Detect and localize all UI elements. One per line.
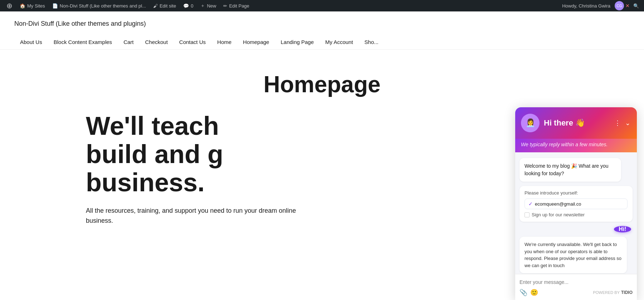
- powered-by-text: POWERED BY: [593, 290, 620, 295]
- comments-icon: 💬: [183, 3, 189, 9]
- chat-greeting: Hi there 👋: [544, 118, 609, 128]
- howdy-text: Howdy, Christina Gwira: [559, 3, 613, 9]
- nav-shop[interactable]: Sho...: [359, 35, 384, 49]
- minimize-icon[interactable]: ⌄: [624, 118, 631, 128]
- wp-icon: ⊕: [6, 1, 13, 10]
- sub-text: All the resources, training, and support…: [86, 206, 318, 226]
- my-sites-icon: 🏠: [20, 3, 25, 9]
- nav-menu: About Us Block Content Examples Cart Che…: [14, 35, 630, 49]
- hero-line-3: business.: [86, 168, 336, 197]
- edit-page-link[interactable]: ✏ Edit Page: [220, 0, 253, 11]
- nav-contact-us[interactable]: Contact Us: [174, 35, 211, 49]
- site-header: Non-Divi Stuff (Like other themes and pl…: [0, 11, 644, 50]
- site-title[interactable]: Non-Divi Stuff (Like other themes and pl…: [14, 20, 630, 28]
- hero-line-2: build and g: [86, 140, 336, 168]
- nav-block-content[interactable]: Block Content Examples: [48, 35, 118, 49]
- user-avatar[interactable]: CG: [615, 1, 624, 10]
- edit-site-icon: 🖌: [153, 3, 158, 9]
- chat-input-area: 📎 🙂 POWERED BY TIDIO: [515, 274, 637, 300]
- site-name-link[interactable]: 📄 Non-Divi Stuff (Like other themes and …: [49, 0, 150, 11]
- welcome-bubble: Welcome to my blog 🎉 What are you lookin…: [519, 158, 621, 182]
- chat-avatar: 👩‍💼: [521, 114, 540, 132]
- chat-message-input[interactable]: [519, 278, 633, 286]
- newsletter-row[interactable]: Sign up for our newsletter: [525, 212, 628, 217]
- attach-icon[interactable]: 📎: [519, 289, 527, 296]
- email-row: ✓ ecomqueen@gmail.co: [525, 198, 628, 209]
- introduce-label: Please introduce yourself:: [525, 190, 628, 196]
- close-icon[interactable]: ✕: [625, 3, 630, 9]
- chat-header: 👩‍💼 Hi there 👋 ⋮ ⌄: [515, 107, 637, 139]
- nav-about-us[interactable]: About Us: [14, 35, 48, 49]
- nav-homepage[interactable]: Homepage: [237, 35, 275, 49]
- reply-time-text: We typically reply within a few minutes.: [521, 142, 608, 147]
- my-sites-link[interactable]: 🏠 My Sites: [16, 0, 49, 11]
- chat-header-actions: ⋮ ⌄: [614, 118, 631, 128]
- newsletter-label: Sign up for our newsletter: [532, 212, 585, 217]
- hero-line-1: We'll teach: [86, 112, 336, 140]
- introduce-section: Please introduce yourself: ✓ ecomqueen@g…: [519, 186, 633, 222]
- plus-icon: ＋: [200, 3, 205, 9]
- chat-input-actions: 📎 🙂 POWERED BY TIDIO: [519, 289, 633, 296]
- powered-by: POWERED BY TIDIO: [593, 290, 633, 295]
- nav-landing-page[interactable]: Landing Page: [275, 35, 319, 49]
- nav-cart[interactable]: Cart: [118, 35, 139, 49]
- edit-site-link[interactable]: 🖌 Edit site: [150, 0, 180, 11]
- email-value: ecomqueen@gmail.co: [535, 201, 581, 207]
- comments-link[interactable]: 💬 0: [180, 0, 197, 11]
- more-options-icon[interactable]: ⋮: [614, 118, 621, 128]
- page-title: Homepage: [14, 71, 630, 98]
- newsletter-checkbox[interactable]: [525, 212, 530, 217]
- hero-text: We'll teach build and g business.: [86, 112, 336, 197]
- tidio-logo: TIDIO: [621, 290, 633, 295]
- nav-home[interactable]: Home: [211, 35, 237, 49]
- search-icon[interactable]: 🔍: [631, 1, 641, 11]
- chat-body: Welcome to my blog 🎉 What are you lookin…: [515, 152, 637, 274]
- chat-subheader: We typically reply within a few minutes.: [515, 139, 637, 152]
- check-icon: ✓: [528, 201, 533, 207]
- hi-bubble: Hi!: [614, 226, 631, 232]
- unavailable-message: We're currently unavailable. We'll get b…: [519, 237, 627, 273]
- admin-bar-right: Howdy, Christina Gwira CG ✕ 🔍: [559, 1, 641, 11]
- admin-bar: ⊕ 🏠 My Sites 📄 Non-Divi Stuff (Like othe…: [0, 0, 644, 11]
- site-icon: 📄: [52, 3, 58, 9]
- nav-my-account[interactable]: My Account: [319, 35, 359, 49]
- new-link[interactable]: ＋ New: [197, 0, 220, 11]
- wp-logo[interactable]: ⊕: [3, 0, 16, 11]
- pencil-icon: ✏: [223, 3, 227, 9]
- emoji-icon[interactable]: 🙂: [530, 289, 538, 296]
- nav-checkout[interactable]: Checkout: [139, 35, 173, 49]
